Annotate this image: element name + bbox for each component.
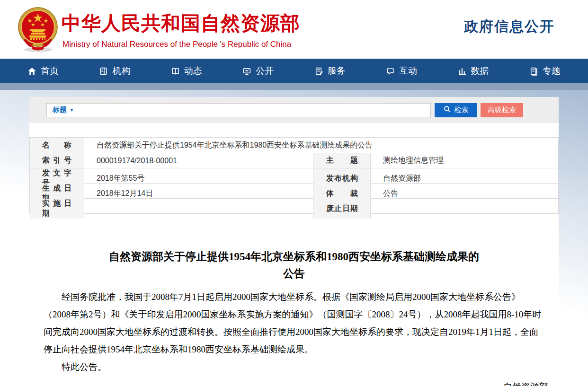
search-field-selector[interactable]: 标题 ▼ bbox=[53, 105, 74, 114]
data-chart-icon bbox=[458, 67, 467, 76]
content-panel: 标题 ▼ 检索 高级检索 名称 自然资源部关于停止提供1954年北京坐标系和19… bbox=[29, 97, 559, 386]
site-title: 中华人民共和国自然资源部 bbox=[62, 10, 300, 36]
section-title: 政府信息公开 bbox=[464, 17, 555, 36]
nav-label: 机构 bbox=[112, 65, 130, 77]
news-book-icon bbox=[171, 67, 180, 76]
table-row: 索引号 000019174/2018-00001 主题 测绘地理信息管理 bbox=[30, 153, 558, 168]
advanced-search-button[interactable]: 高级检索 bbox=[481, 103, 523, 117]
nav-label: 数据 bbox=[471, 65, 489, 77]
nav-item-disclosure[interactable]: 公开 bbox=[242, 65, 274, 77]
nav-item-service[interactable]: 服务 bbox=[314, 65, 346, 77]
nav-label: 动态 bbox=[184, 65, 202, 77]
table-row: 实施日期 废止日期 bbox=[30, 198, 558, 213]
nav-item-news[interactable]: 动态 bbox=[171, 65, 202, 77]
document-paragraph: 经国务院批准，我国于2008年7月1日起启用2000国家大地坐标系。根据《国家测… bbox=[37, 288, 551, 358]
nav-label: 公开 bbox=[256, 65, 274, 77]
nav-substrip bbox=[0, 83, 588, 90]
meta-label-repeal-date: 废止日期 bbox=[314, 199, 371, 219]
signature-block: 自然资源部 2018年12月14日 bbox=[37, 379, 551, 386]
interaction-chat-icon bbox=[386, 67, 395, 76]
meta-label-name: 名称 bbox=[30, 138, 84, 153]
nav-item-home[interactable]: 首页 bbox=[27, 65, 59, 77]
advanced-search-label: 高级检索 bbox=[488, 105, 516, 114]
document-body: 经国务院批准，我国于2008年7月1日起启用2000国家大地坐标系。根据《国家测… bbox=[37, 288, 551, 376]
nav-label: 首页 bbox=[41, 65, 59, 77]
main-nav: 首页 机构 动态 公开 服务 互动 数据 bbox=[0, 59, 588, 83]
site-header: 中华人民共和国自然资源部 Ministry of Natural Resourc… bbox=[0, 0, 588, 59]
home-icon bbox=[27, 67, 36, 76]
document-paragraph: 特此公告。 bbox=[37, 358, 551, 376]
nav-item-topics[interactable]: 专题 bbox=[529, 65, 561, 77]
meta-value-repeal-date bbox=[371, 199, 558, 219]
signature-agency: 自然资源部 bbox=[37, 379, 548, 386]
search-button-label: 检索 bbox=[454, 105, 469, 114]
nav-label: 服务 bbox=[328, 65, 346, 77]
meta-label-subject: 主题 bbox=[314, 153, 371, 168]
disclosure-screen-icon bbox=[242, 67, 251, 76]
table-row: 生成日期 2018年12月14日 体裁 公告 bbox=[30, 183, 558, 198]
meta-label-index-no: 索引号 bbox=[30, 153, 84, 168]
chevron-down-icon: ▼ bbox=[70, 108, 74, 113]
meta-label-effective-date: 实施日期 bbox=[30, 199, 84, 219]
announcement-document: 自然资源部关于停止提供1954年北京坐标系和1980西安坐标系基础测绘成果的公告… bbox=[29, 248, 559, 386]
table-row: 发文字号 2018年第55号 发布机构 自然资源部 bbox=[30, 168, 558, 183]
search-field-label: 标题 bbox=[53, 105, 67, 114]
document-title: 自然资源部关于停止提供1954年北京坐标系和1980西安坐标系基础测绘成果的公告 bbox=[105, 248, 483, 282]
search-bar: 标题 ▼ 检索 高级检索 bbox=[29, 97, 559, 123]
nav-label: 互动 bbox=[399, 65, 417, 77]
service-edit-icon bbox=[314, 67, 323, 76]
search-button[interactable]: 检索 bbox=[435, 103, 477, 117]
search-box: 标题 ▼ bbox=[46, 103, 431, 117]
search-input[interactable] bbox=[74, 104, 430, 117]
meta-value-subject: 测绘地理信息管理 bbox=[371, 153, 558, 168]
nav-item-interaction[interactable]: 互动 bbox=[386, 65, 417, 77]
meta-value-index-no: 000019174/2018-00001 bbox=[84, 153, 314, 168]
search-icon bbox=[444, 105, 451, 114]
nav-label: 专题 bbox=[543, 65, 561, 77]
site-subtitle: Ministry of Natural Resources of the Peo… bbox=[62, 40, 291, 49]
meta-value-effective-date bbox=[84, 199, 314, 219]
meta-value-name: 自然资源部关于停止提供1954年北京坐标系和1980西安坐标系基础测绘成果的公告 bbox=[84, 138, 558, 153]
national-emblem bbox=[16, 6, 60, 53]
nav-item-data[interactable]: 数据 bbox=[458, 65, 489, 77]
document-metadata-table: 名称 自然资源部关于停止提供1954年北京坐标系和1980西安坐标系基础测绘成果… bbox=[29, 137, 559, 214]
organization-icon bbox=[99, 67, 108, 76]
topics-book-icon bbox=[529, 67, 538, 76]
table-row: 名称 自然资源部关于停止提供1954年北京坐标系和1980西安坐标系基础测绘成果… bbox=[30, 138, 558, 153]
nav-item-organization[interactable]: 机构 bbox=[99, 65, 130, 77]
